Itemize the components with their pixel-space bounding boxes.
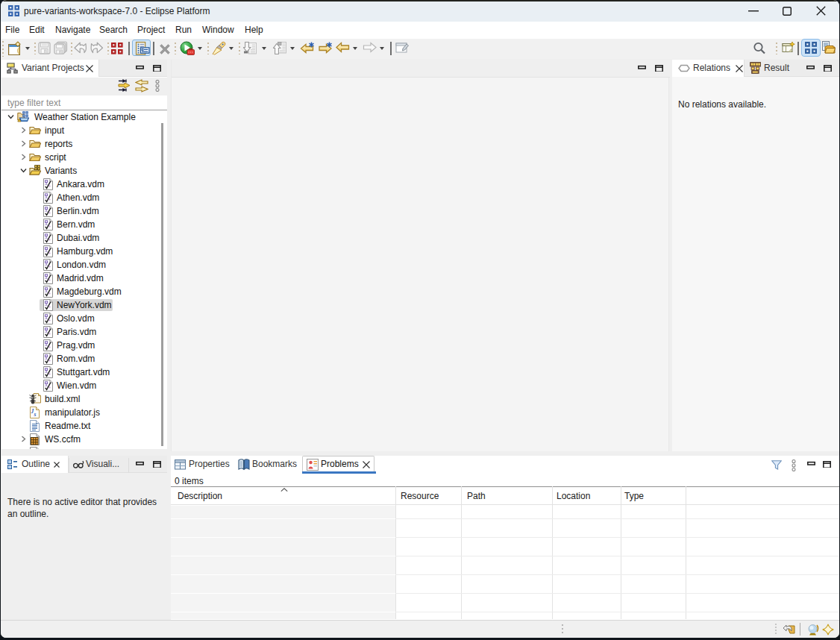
svg-text:s: s: [34, 411, 37, 418]
